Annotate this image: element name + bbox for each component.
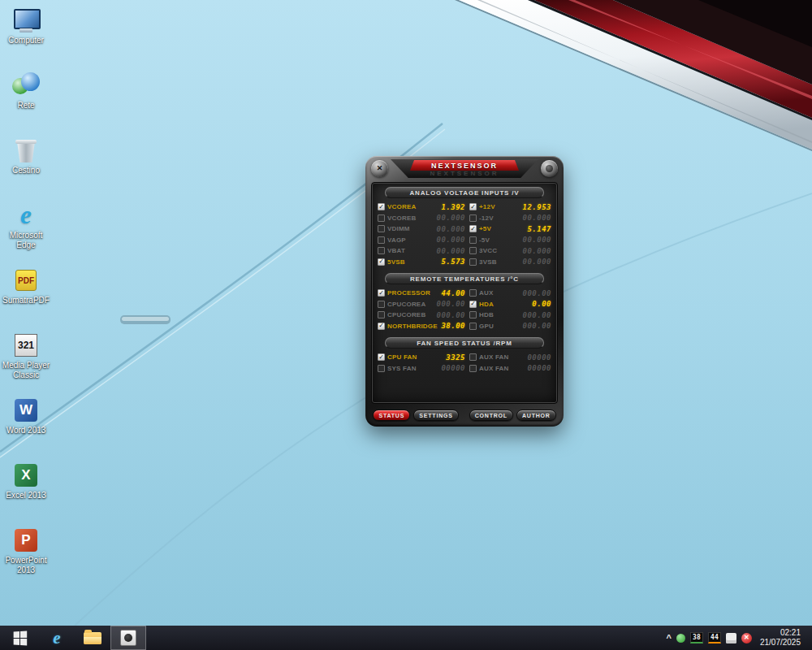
tray-expand-icon[interactable]: ^ xyxy=(667,634,672,643)
tray-temp-badge-38[interactable]: 38 xyxy=(690,632,703,644)
sensor-label: AUX FAN xyxy=(479,353,525,361)
logo-button[interactable] xyxy=(541,160,558,177)
sensor-value: 000.00 xyxy=(436,300,465,308)
desktop-icon-mpc[interactable]: 321Media Player Classic xyxy=(0,332,52,379)
sensor-label: HDA xyxy=(479,301,529,308)
sensor-checkbox[interactable] xyxy=(378,236,385,244)
sensor-checkbox[interactable] xyxy=(469,353,477,361)
clock[interactable]: 02:21 21/07/2025 xyxy=(757,628,807,648)
section-header: FAN SPEED STATUS /RPM xyxy=(385,337,545,349)
recycle-icon xyxy=(12,136,40,164)
sensor-checkbox[interactable] xyxy=(378,365,385,372)
sensor-checkbox[interactable] xyxy=(469,289,477,297)
sensor-checkbox[interactable] xyxy=(469,365,477,372)
sensor-value: 5.573 xyxy=(441,258,465,266)
desktop-icon-label: Rete xyxy=(17,101,34,110)
tray-status-icon[interactable] xyxy=(676,634,685,643)
start-button[interactable] xyxy=(0,626,39,650)
sensor-checkbox[interactable]: ✓ xyxy=(469,225,477,232)
window-body: ANALOG VOLTAGE INPUTS /V✓VCOREA1.392✓+12… xyxy=(371,182,558,404)
sensor-label: PROCESSOR xyxy=(387,289,438,297)
desktop-icon-pdf[interactable]: PDFSumatraPDF xyxy=(0,266,52,306)
sensor-row: ✓+5V5.147 xyxy=(469,223,551,235)
sensor-sections: ANALOG VOLTAGE INPUTS /V✓VCOREA1.392✓+12… xyxy=(377,187,552,374)
tab-control[interactable]: CONTROL xyxy=(469,410,513,421)
sensor-label: VDIMM xyxy=(387,225,434,232)
close-button[interactable]: ✕ xyxy=(371,160,388,177)
sensor-checkbox[interactable]: ✓ xyxy=(378,353,385,361)
sensor-checkbox[interactable] xyxy=(378,214,385,222)
sensor-checkbox[interactable] xyxy=(469,323,477,330)
ie-taskbar-button[interactable]: e xyxy=(39,626,75,650)
sensor-checkbox[interactable]: ✓ xyxy=(469,301,477,308)
desktop-icon-word[interactable]: WWord 2013 xyxy=(0,396,52,436)
pdf-icon: PDF xyxy=(12,266,40,294)
sensor-label: +12V xyxy=(479,203,520,210)
tray-temp-badge-44[interactable]: 44 xyxy=(708,632,721,644)
window-titlebar[interactable]: ✕ NEXTSENSOR NEXTSENSOR xyxy=(369,158,559,180)
sensor-checkbox[interactable] xyxy=(469,258,477,266)
sensor-label: CPUCOREB xyxy=(387,311,434,318)
sensor-value: 3325 xyxy=(446,353,465,362)
sensor-label: 3VCC xyxy=(479,247,520,254)
sensor-label: -12V xyxy=(479,214,520,222)
clock-date: 21/07/2025 xyxy=(760,638,801,648)
sensor-row: ✓PROCESSOR44.00 xyxy=(378,288,465,299)
sensor-checkbox[interactable]: ✓ xyxy=(378,258,385,266)
desktop-icon-computer[interactable]: Computer xyxy=(0,6,52,46)
desktop-icon-excel[interactable]: XExcel 2013 xyxy=(0,462,52,500)
excel-glyph: X xyxy=(15,464,37,487)
sensor-value: 00.000 xyxy=(522,236,551,244)
sensor-checkbox[interactable]: ✓ xyxy=(378,289,385,297)
mpc-icon: 321 xyxy=(12,332,40,359)
tab-status[interactable]: STATUS xyxy=(373,410,410,421)
sensor-checkbox[interactable] xyxy=(378,311,385,318)
sensor-row: -5V00.000 xyxy=(469,235,551,246)
desktop[interactable]: ComputerReteCestinoeMicrosoft EdgePDFSum… xyxy=(0,0,812,626)
excel-icon: X xyxy=(12,462,40,489)
window-title: NEXTSENSOR xyxy=(431,162,498,170)
section-header: REMOTE TEMPERATURES /°C xyxy=(385,273,545,284)
sensor-label: VCOREA xyxy=(387,203,438,210)
edge-glyph: e xyxy=(12,202,40,229)
sensor-window: ✕ NEXTSENSOR NEXTSENSOR ANALOG VOLTAGE I… xyxy=(365,156,564,427)
desktop-icon-network[interactable]: Rete xyxy=(0,72,52,110)
sensor-row: ✓VCOREA1.392 xyxy=(378,202,465,213)
tab-settings[interactable]: SETTINGS xyxy=(413,410,458,421)
sensor-checkbox[interactable]: ✓ xyxy=(378,203,385,210)
desktop-icon-powerpoint[interactable]: PPowerPoint 2013 xyxy=(0,526,52,574)
tab-author[interactable]: AUTHOR xyxy=(516,410,556,421)
sensor-label: VBAT xyxy=(387,247,434,254)
mpc-glyph: 321 xyxy=(15,334,37,357)
sensor-label: VCOREB xyxy=(387,214,434,222)
word-icon: W xyxy=(12,396,40,424)
sensor-checkbox[interactable]: ✓ xyxy=(378,323,385,330)
sensor-checkbox[interactable] xyxy=(378,247,385,254)
sensor-value: 44.00 xyxy=(441,289,465,297)
sensor-checkbox[interactable] xyxy=(469,311,477,318)
sensor-label: AUX xyxy=(479,289,520,297)
sensor-checkbox[interactable] xyxy=(469,214,477,222)
sensor-label: +5V xyxy=(479,225,525,232)
explorer-taskbar-button[interactable] xyxy=(75,626,110,650)
computer-icon xyxy=(12,6,40,34)
sensor-value: 000.00 xyxy=(522,311,551,319)
sensor-checkbox[interactable] xyxy=(378,225,385,232)
sensor-checkbox[interactable] xyxy=(378,301,385,308)
sensor-row: ✓5VSB5.573 xyxy=(378,257,465,268)
desktop-icon-edge[interactable]: eMicrosoft Edge xyxy=(0,202,52,249)
powerpoint-glyph: P xyxy=(15,529,37,552)
nextsensor-taskbar-button[interactable] xyxy=(110,626,146,650)
desktop-icon-recycle[interactable]: Cestino xyxy=(0,136,52,176)
sensor-label: -5V xyxy=(479,236,520,244)
sensor-checkbox[interactable] xyxy=(469,247,477,254)
sensor-row: ✓CPU FAN3325 xyxy=(378,352,465,363)
sensor-row: ✓+12V12.953 xyxy=(469,202,551,213)
tray-keyboard-icon[interactable] xyxy=(726,633,736,644)
sensor-checkbox[interactable]: ✓ xyxy=(469,203,477,210)
sensor-value: 38.00 xyxy=(441,322,465,330)
system-tray: ^3844✕ 02:21 21/07/2025 xyxy=(662,626,812,650)
close-icon: ✕ xyxy=(377,165,383,172)
tray-error-icon[interactable]: ✕ xyxy=(741,633,752,644)
sensor-checkbox[interactable] xyxy=(469,236,477,244)
